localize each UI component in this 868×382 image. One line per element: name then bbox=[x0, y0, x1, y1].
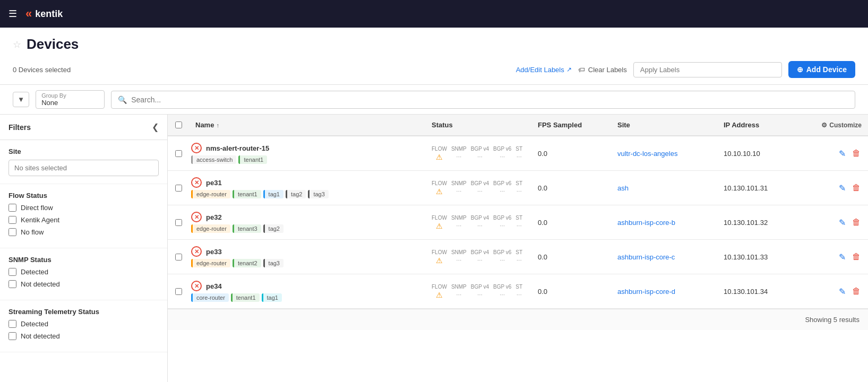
flow-label: FLOW bbox=[432, 180, 447, 186]
snmp-detected-row: Detected bbox=[8, 268, 159, 276]
bgpv4-label: BGP v4 bbox=[471, 180, 489, 186]
device-tag: tag3 bbox=[263, 259, 283, 267]
st-detected-checkbox[interactable] bbox=[8, 320, 16, 328]
device-tag: core-router bbox=[191, 293, 229, 302]
delete-device-button[interactable]: 🗑 bbox=[851, 251, 862, 263]
actions-right: Add/Edit Labels ↗ 🏷 Clear Labels ⊕ Add D… bbox=[516, 61, 855, 78]
snmp-not-detected-row: Not detected bbox=[8, 280, 159, 288]
fps-cell: 0.0 bbox=[534, 281, 613, 302]
flow-status-section: Flow Status Direct flow Kentik Agent No … bbox=[0, 184, 167, 248]
site-link[interactable]: vultr-dc-los-angeles bbox=[617, 150, 677, 158]
select-all-header bbox=[168, 115, 189, 135]
edit-device-button[interactable]: ✎ bbox=[838, 216, 847, 229]
favorite-icon[interactable]: ☆ bbox=[13, 39, 21, 50]
delete-device-button[interactable]: 🗑 bbox=[851, 216, 862, 228]
snmp-detected-checkbox[interactable] bbox=[8, 268, 16, 276]
page: ☆ Devices 0 Devices selected Add/Edit La… bbox=[0, 28, 868, 382]
ip-address: 10.130.101.31 bbox=[724, 184, 768, 192]
site-link[interactable]: ashburn-isp-core-c bbox=[617, 253, 675, 261]
site-filter-input[interactable] bbox=[8, 160, 159, 176]
group-by-container[interactable]: Group By None bbox=[36, 90, 105, 109]
th-site: Site bbox=[613, 115, 719, 135]
sidebar-collapse-button[interactable]: ❮ bbox=[152, 122, 159, 132]
device-name-text[interactable]: nms-alert-router-15 bbox=[206, 144, 269, 152]
add-edit-labels-button[interactable]: Add/Edit Labels ↗ bbox=[516, 66, 572, 74]
apply-labels-input[interactable] bbox=[633, 62, 782, 77]
edit-device-button[interactable]: ✎ bbox=[838, 182, 847, 194]
st-label: ST bbox=[515, 215, 522, 221]
edit-device-button[interactable]: ✎ bbox=[838, 147, 847, 160]
fps-cell: 0.0 bbox=[534, 178, 613, 198]
delete-device-button[interactable]: 🗑 bbox=[851, 285, 862, 297]
snmp-not-detected-checkbox[interactable] bbox=[8, 280, 16, 288]
device-name-text[interactable]: pe33 bbox=[206, 248, 222, 256]
th-name[interactable]: Name ↑ bbox=[189, 115, 427, 135]
main-layout: Filters ❮ Site Flow Status Direct flow bbox=[0, 115, 868, 382]
device-tag: tenant1 bbox=[233, 190, 261, 198]
ip-column-label: IP Address bbox=[724, 121, 759, 129]
select-all-checkbox[interactable] bbox=[175, 121, 182, 128]
kentik-agent-label: Kentik Agent bbox=[21, 216, 59, 224]
row-checkbox[interactable] bbox=[175, 150, 182, 157]
site-link[interactable]: ashburn-isp-core-b bbox=[617, 219, 675, 227]
add-device-button[interactable]: ⊕ Add Device bbox=[788, 61, 855, 78]
page-title: Devices bbox=[27, 36, 79, 53]
clear-labels-button[interactable]: 🏷 Clear Labels bbox=[578, 66, 627, 74]
snmp-dots: ··· bbox=[456, 187, 461, 195]
flow-warning-icon: ⚠ bbox=[436, 153, 443, 161]
direct-flow-checkbox[interactable] bbox=[8, 204, 16, 212]
fps-column-label: FPS Sampled bbox=[538, 121, 582, 129]
toolbar-row: ▼ Group By None 🔍 bbox=[0, 85, 868, 115]
bgpv4-dots: ··· bbox=[477, 222, 483, 229]
search-input[interactable] bbox=[131, 91, 848, 108]
site-cell: ashburn-isp-core-c bbox=[613, 247, 719, 267]
device-tags: edge-routertenant3tag2 bbox=[191, 224, 423, 233]
site-link[interactable]: ash bbox=[617, 184, 629, 192]
fps-cell: 0.0 bbox=[534, 212, 613, 233]
flow-warning-icon: ⚠ bbox=[436, 256, 443, 265]
edit-device-button[interactable]: ✎ bbox=[838, 285, 847, 298]
st-not-detected-row: Not detected bbox=[8, 332, 159, 340]
kentik-agent-checkbox[interactable] bbox=[8, 216, 16, 224]
snmp-label: SNMP bbox=[451, 249, 467, 255]
snmp-dots: ··· bbox=[456, 153, 461, 160]
row-actions-cell: ✎ 🗑 bbox=[826, 279, 868, 304]
no-flow-label: No flow bbox=[21, 228, 44, 236]
row-checkbox[interactable] bbox=[175, 185, 182, 192]
bgpv4-dots: ··· bbox=[477, 291, 483, 298]
device-name-text[interactable]: pe31 bbox=[206, 179, 222, 187]
row-checkbox[interactable] bbox=[175, 288, 182, 295]
device-tag: edge-router bbox=[191, 259, 230, 267]
fps-cell: 0.0 bbox=[534, 143, 613, 164]
snmp-status-title: SNMP Status bbox=[8, 256, 159, 264]
device-icon: ✕ bbox=[191, 246, 202, 257]
device-tag: tenant1 bbox=[231, 293, 260, 302]
no-flow-checkbox[interactable] bbox=[8, 228, 16, 236]
site-filter-section: Site bbox=[0, 140, 167, 184]
device-name-cell: ✕pe32edge-routertenant3tag2 bbox=[189, 205, 427, 239]
bgpv6-label: BGP v6 bbox=[493, 215, 511, 221]
status-cell: FLOW ⚠ SNMP ··· BGP v4 ··· BGP v6 ··· ST… bbox=[427, 174, 534, 202]
delete-device-button[interactable]: 🗑 bbox=[851, 147, 862, 159]
row-checkbox[interactable] bbox=[175, 219, 182, 226]
device-name-text[interactable]: pe34 bbox=[206, 282, 222, 290]
device-tag: access-switch bbox=[191, 155, 236, 164]
menu-icon[interactable]: ☰ bbox=[8, 8, 17, 20]
st-label: ST bbox=[515, 249, 522, 255]
row-checkbox[interactable] bbox=[175, 254, 182, 261]
device-name-text[interactable]: pe32 bbox=[206, 213, 222, 221]
device-tags: access-switchtenant1 bbox=[191, 155, 423, 164]
device-tag: tenant1 bbox=[238, 155, 267, 164]
row-actions-cell: ✎ 🗑 bbox=[826, 141, 868, 166]
snmp-label: SNMP bbox=[451, 180, 467, 186]
st-not-detected-checkbox[interactable] bbox=[8, 332, 16, 340]
bgpv6-dots: ··· bbox=[500, 187, 505, 195]
filter-icon-button[interactable]: ▼ bbox=[13, 92, 29, 107]
customize-columns-button[interactable]: ⚙ Customize bbox=[826, 115, 868, 135]
ip-cell: 10.130.101.33 bbox=[719, 247, 826, 267]
edit-device-button[interactable]: ✎ bbox=[838, 251, 847, 263]
table-header: Name ↑ Status FPS Sampled Site IP Addres… bbox=[168, 115, 868, 136]
site-link[interactable]: ashburn-isp-core-d bbox=[617, 288, 675, 296]
delete-device-button[interactable]: 🗑 bbox=[851, 182, 862, 194]
site-cell: vultr-dc-los-angeles bbox=[613, 143, 719, 164]
